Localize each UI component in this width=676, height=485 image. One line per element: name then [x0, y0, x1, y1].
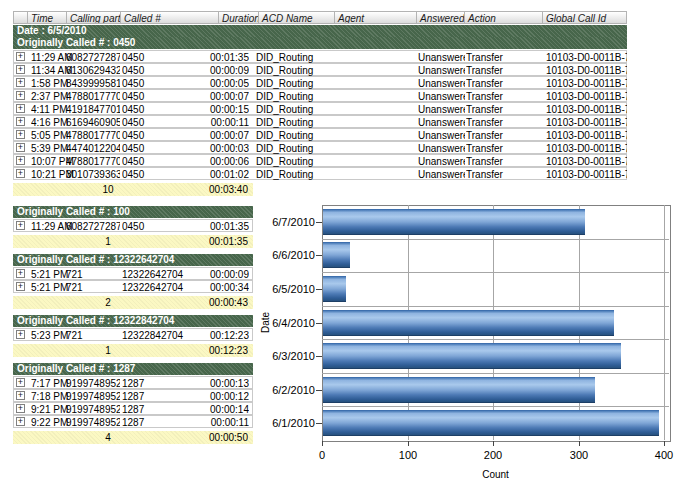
cell-calling: 721	[66, 269, 120, 280]
summary-duration: 00:03:40	[173, 184, 248, 195]
column-header-action[interactable]: Action	[464, 11, 543, 24]
column-header-answered[interactable]: Answered	[416, 11, 465, 24]
chart-category-label: 6/7/2010	[258, 216, 315, 228]
column-header-calling-party[interactable]: Calling party #	[66, 11, 121, 24]
date-group-band: Date : 6/5/2010	[13, 25, 627, 37]
cell-global: 10103-D0-0011B-77F	[546, 169, 627, 180]
column-header-acd-name[interactable]: ACD Name	[258, 11, 335, 24]
chart-x-axis-label: Count	[322, 469, 669, 480]
summary-count: 10	[93, 184, 123, 195]
cell-action: Transfer	[466, 91, 544, 102]
chart-gridline-horizontal	[322, 373, 669, 374]
expand-row-button[interactable]: +	[16, 391, 25, 400]
chart-gridline-horizontal	[322, 272, 669, 273]
chart-bar	[323, 343, 621, 369]
expand-row-button[interactable]: +	[16, 130, 25, 139]
cell-calling: 9199748952	[66, 378, 120, 389]
cell-calling: 721	[66, 282, 120, 293]
expand-row-button[interactable]: +	[16, 91, 25, 100]
cell-calling: 6169460905	[66, 117, 120, 128]
chart-bar	[323, 410, 659, 436]
table-row: +4:11 PM4191847701045000:00:15DID_Routin…	[13, 102, 627, 115]
chart-gridline-horizontal	[322, 339, 669, 340]
expand-row-button[interactable]: +	[16, 404, 25, 413]
column-header-called[interactable]: Called #	[120, 11, 219, 24]
cell-acd: DID_Routing	[256, 52, 334, 63]
chart-gridline-horizontal	[322, 306, 669, 307]
chart-y-axis-tick	[316, 289, 322, 290]
expand-row-button[interactable]: +	[16, 221, 25, 230]
expand-row-button[interactable]: +	[16, 143, 25, 152]
chart-x-axis-tick	[408, 441, 409, 446]
summary-count: 4	[93, 432, 123, 443]
cell-action: Transfer	[466, 169, 544, 180]
chart-category-label: 6/5/2010	[258, 283, 315, 295]
cell-global: 10103-D0-0011B-773	[546, 117, 627, 128]
cell-answered: Unanswered	[418, 117, 465, 128]
cell-acd: DID_Routing	[256, 65, 334, 76]
summary-count: 2	[93, 297, 123, 308]
table-row: +10:07 PM4788017770045000:00:06DID_Routi…	[13, 154, 627, 167]
chart-bar	[323, 310, 614, 336]
expand-row-button[interactable]: +	[16, 169, 25, 178]
column-header-time[interactable]: Time	[27, 11, 67, 24]
table-header-row: TimeCalling party #Called #DurationACD N…	[13, 11, 627, 24]
expand-row-button[interactable]: +	[16, 156, 25, 165]
cell-duration: 00:01:35	[174, 52, 249, 63]
expand-row-button[interactable]: +	[16, 52, 25, 61]
table-row: +7:18 PM9199748952128700:00:12	[13, 389, 253, 402]
cell-answered: Unanswered	[418, 52, 465, 63]
group-summary-row: 400:00:50	[13, 431, 253, 444]
cell-duration: 00:00:07	[174, 130, 249, 141]
cell-answered: Unanswered	[418, 169, 465, 180]
column-header-global-call-id[interactable]: Global Call Id	[542, 11, 627, 24]
cell-answered: Unanswered	[418, 78, 465, 89]
summary-count: 1	[93, 236, 123, 247]
cell-calling: 4191847701	[66, 104, 120, 115]
summary-duration: 00:00:50	[173, 432, 248, 443]
table-row: +11:29 AM6082727287045000:01:35DID_Routi…	[13, 50, 627, 63]
chart-bar	[323, 209, 585, 235]
expand-row-button[interactable]: +	[16, 104, 25, 113]
cell-action: Transfer	[466, 117, 544, 128]
chart-bar	[323, 242, 350, 268]
expand-row-button[interactable]: +	[16, 65, 25, 74]
chart-x-axis-tick	[664, 441, 665, 446]
expand-row-button[interactable]: +	[16, 78, 25, 87]
cell-global: 10103-D0-0011B-772	[546, 104, 627, 115]
cell-action: Transfer	[466, 143, 544, 154]
column-header-expander[interactable]	[13, 11, 28, 24]
cell-acd: DID_Routing	[256, 78, 334, 89]
cell-duration: 00:00:12	[174, 391, 249, 402]
table-row: +7:17 PM9199748952128700:00:13	[13, 376, 253, 389]
cell-action: Transfer	[466, 130, 544, 141]
chart-gridline-vertical	[664, 205, 665, 440]
cell-answered: Unanswered	[418, 104, 465, 115]
cell-answered: Unanswered	[418, 65, 465, 76]
cell-acd: DID_Routing	[256, 117, 334, 128]
expand-row-button[interactable]: +	[16, 269, 25, 278]
column-header-agent[interactable]: Agent	[334, 11, 417, 24]
cell-calling: 9199748952	[66, 417, 120, 428]
cell-calling: 9199748952	[66, 391, 120, 402]
chart-gridline-horizontal	[322, 239, 669, 240]
expand-row-button[interactable]: +	[16, 330, 25, 339]
cell-answered: Unanswered	[418, 143, 465, 154]
summary-duration: 00:12:23	[173, 345, 248, 356]
expand-row-button[interactable]: +	[16, 378, 25, 387]
expand-row-button[interactable]: +	[16, 282, 25, 291]
table-row: +11:29 AM6082727287045000:01:35	[13, 219, 253, 232]
expand-row-button[interactable]: +	[16, 117, 25, 126]
summary-duration: 00:00:43	[173, 297, 248, 308]
chart-category-label: 6/2/2010	[258, 384, 315, 396]
cell-duration: 00:00:15	[174, 104, 249, 115]
table-row: +5:05 PM4788017770045000:00:07DID_Routin…	[13, 128, 627, 141]
cell-action: Transfer	[466, 156, 544, 167]
cell-duration: 00:00:05	[174, 78, 249, 89]
cell-calling: 6082727287	[66, 221, 120, 232]
cell-global: 10103-D0-0011B-771	[546, 91, 627, 102]
column-header-duration[interactable]: Duration	[218, 11, 259, 24]
table-row: +1:58 PM8439999581045000:00:05DID_Routin…	[13, 76, 627, 89]
cell-duration: 00:01:35	[174, 221, 249, 232]
expand-row-button[interactable]: +	[16, 417, 25, 426]
